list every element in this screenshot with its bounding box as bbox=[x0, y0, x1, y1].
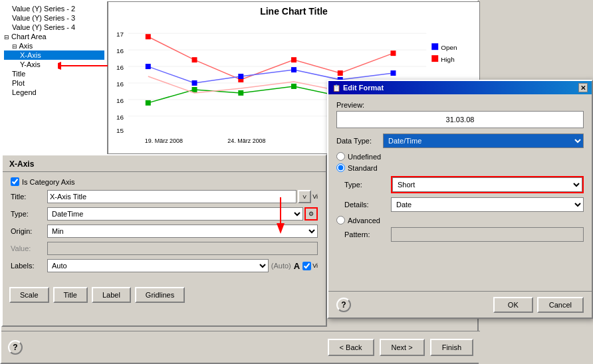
pattern-label: Pattern: bbox=[344, 230, 391, 238]
pattern-input[interactable] bbox=[391, 227, 584, 242]
next-button[interactable]: Next > bbox=[380, 339, 425, 356]
labels-vi-label: Vi bbox=[312, 262, 318, 269]
standard-label: Standard bbox=[348, 164, 378, 172]
svg-rect-19 bbox=[146, 64, 151, 69]
help-button[interactable]: ? bbox=[8, 340, 23, 355]
svg-text:Open: Open bbox=[441, 44, 457, 51]
advanced-row: Advanced bbox=[336, 216, 584, 225]
svg-text:16: 16 bbox=[116, 114, 124, 121]
chart-title: Line Chart Title bbox=[108, 2, 479, 17]
radio-group: Undefined Standard bbox=[336, 152, 584, 172]
tree-item-xaxis[interactable]: X-Axis bbox=[4, 50, 104, 60]
dialog-help-btn[interactable]: ? bbox=[336, 298, 351, 312]
dialog-bottom: ? OK Cancel bbox=[328, 291, 592, 318]
tree-item-series2[interactable]: Value (Y) Series - 2 bbox=[4, 4, 104, 13]
is-category-label: Is Category Axis bbox=[22, 178, 74, 186]
details-select-wrapper: Date bbox=[391, 197, 584, 212]
labels-select[interactable]: Auto bbox=[47, 259, 269, 272]
preview-label: Preview: bbox=[336, 101, 584, 109]
preview-value: 31.03.08 bbox=[446, 116, 475, 124]
gridlines-btn[interactable]: Gridlines bbox=[135, 287, 185, 303]
svg-text:16: 16 bbox=[116, 80, 124, 88]
svg-rect-25 bbox=[146, 100, 151, 106]
svg-rect-36 bbox=[431, 55, 438, 62]
labels-vis-checkbox[interactable] bbox=[302, 262, 311, 270]
tree-item-chart-area[interactable]: ⊟ Chart Area bbox=[4, 32, 104, 41]
tree-item-legend[interactable]: Legend bbox=[4, 88, 104, 97]
type-edit-btn[interactable]: ⚙ bbox=[304, 207, 318, 221]
tree-item-plot[interactable]: Plot bbox=[4, 78, 104, 88]
dialog-titlebar: 📋 Edit Format ✕ bbox=[328, 81, 592, 94]
value-label: Value: bbox=[11, 244, 47, 252]
dialog-body: Preview: 31.03.08 Data Type: Date/Time U… bbox=[328, 94, 592, 252]
svg-rect-18 bbox=[390, 50, 396, 56]
data-type-select[interactable]: Date/Time bbox=[383, 134, 584, 148]
title-settings-btn[interactable]: V bbox=[298, 190, 311, 203]
expand-icon-axis: ⊟ bbox=[12, 43, 17, 50]
origin-row: Origin: Min bbox=[11, 225, 318, 238]
svg-text:16: 16 bbox=[116, 97, 124, 104]
standard-row: Standard bbox=[336, 163, 584, 172]
standard-radio[interactable] bbox=[336, 163, 345, 172]
svg-rect-28 bbox=[291, 84, 296, 89]
data-type-label: Data Type: bbox=[336, 137, 383, 145]
tree-item-yaxis[interactable]: Y-Axis bbox=[4, 60, 104, 69]
type-detail-label: Type: bbox=[344, 181, 391, 189]
undefined-radio[interactable] bbox=[336, 152, 345, 161]
edit-format-dialog: 📋 Edit Format ✕ Preview: 31.03.08 Data T… bbox=[327, 80, 593, 319]
tree-item-axis[interactable]: ⊟ Axis bbox=[4, 41, 104, 50]
title-input[interactable] bbox=[47, 190, 296, 203]
advanced-radio[interactable] bbox=[336, 216, 345, 225]
origin-select[interactable]: Min bbox=[47, 225, 318, 238]
svg-text:17: 17 bbox=[116, 31, 124, 38]
svg-text:19. März 2008: 19. März 2008 bbox=[145, 137, 183, 144]
type-select[interactable]: DateTime bbox=[47, 207, 303, 221]
undefined-row: Undefined bbox=[336, 152, 584, 161]
auto-text: (Auto) bbox=[271, 262, 291, 270]
value-row: Value: bbox=[11, 242, 318, 255]
svg-rect-16 bbox=[291, 57, 296, 62]
is-category-checkbox[interactable] bbox=[11, 177, 19, 186]
xaxis-panel: X-Axis Is Category Axis Title: V Vi Type… bbox=[1, 154, 327, 327]
details-select[interactable]: Date bbox=[391, 197, 584, 212]
type-row: Type: DateTime ⚙ bbox=[11, 207, 318, 221]
dialog-ok-btn[interactable]: OK bbox=[493, 297, 533, 313]
title-btn[interactable]: Title bbox=[53, 287, 88, 303]
svg-rect-17 bbox=[338, 70, 343, 76]
data-type-select-wrapper: Date/Time bbox=[383, 134, 584, 148]
title-vis-label: Vi bbox=[312, 193, 318, 200]
svg-text:15: 15 bbox=[116, 127, 124, 134]
bottom-bar: ? < Back Next > Finish bbox=[1, 331, 480, 363]
dialog-close-btn[interactable]: ✕ bbox=[578, 83, 588, 92]
back-button[interactable]: < Back bbox=[328, 339, 374, 356]
tree-item-title[interactable]: Title bbox=[4, 69, 104, 78]
pattern-row: Pattern: bbox=[344, 227, 584, 242]
svg-rect-22 bbox=[291, 67, 296, 72]
title-row: Title: V Vi bbox=[11, 190, 318, 203]
tree-item-series4[interactable]: Value (Y) Series - 4 bbox=[4, 23, 104, 32]
value-input[interactable] bbox=[47, 242, 318, 255]
scale-btn[interactable]: Scale bbox=[9, 287, 49, 303]
dialog-icon: 📋 bbox=[332, 84, 340, 92]
is-category-row: Is Category Axis bbox=[11, 177, 318, 186]
svg-rect-27 bbox=[238, 90, 243, 96]
svg-text:24. März 2008: 24. März 2008 bbox=[227, 137, 265, 144]
type-detail-row: Type: Short bbox=[344, 176, 584, 193]
type-detail-select-wrapper: Short bbox=[391, 176, 584, 193]
dialog-title: Edit Format bbox=[343, 84, 384, 92]
svg-text:16: 16 bbox=[116, 64, 124, 71]
svg-rect-24 bbox=[390, 70, 396, 76]
type-detail-select[interactable]: Short bbox=[392, 177, 582, 192]
label-btn[interactable]: Label bbox=[92, 287, 131, 303]
dialog-cancel-btn[interactable]: Cancel bbox=[537, 297, 584, 313]
svg-rect-21 bbox=[238, 74, 243, 79]
finish-button[interactable]: Finish bbox=[430, 339, 473, 356]
tree-item-series3[interactable]: Value (Y) Series - 3 bbox=[4, 13, 104, 23]
svg-rect-14 bbox=[192, 57, 197, 62]
svg-text:16: 16 bbox=[116, 47, 124, 54]
data-type-row: Data Type: Date/Time bbox=[336, 134, 584, 148]
details-label: Details: bbox=[344, 201, 391, 209]
svg-rect-20 bbox=[192, 80, 197, 86]
svg-rect-26 bbox=[192, 87, 197, 92]
big-a-label: A bbox=[294, 261, 300, 271]
